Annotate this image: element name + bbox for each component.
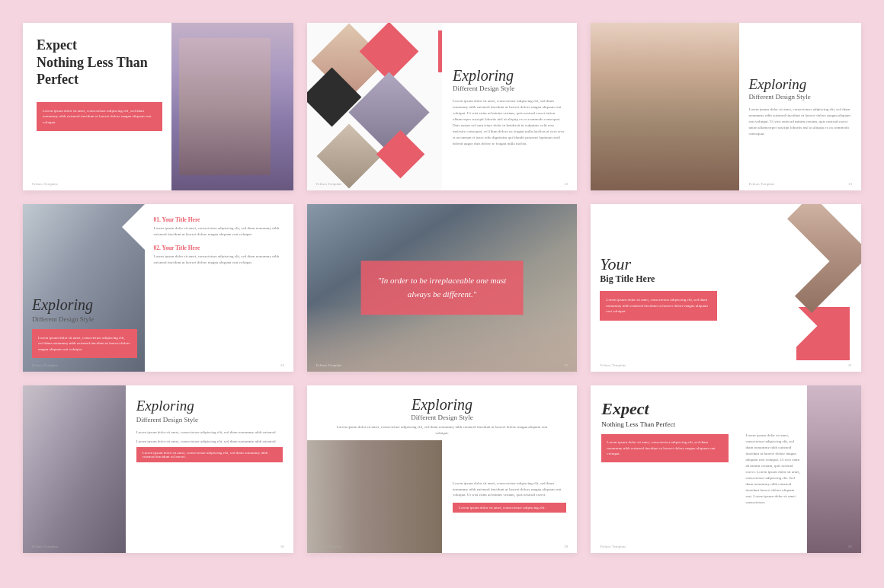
slide-5-quote: "In order to be irreplaceable one must a… bbox=[378, 274, 507, 301]
slide-8-top-text: Lorem ipsum dolor sit amet, consectetuer… bbox=[330, 424, 555, 436]
slide-6-footer-right: 21 bbox=[848, 363, 852, 367]
slide-3: Exploring Different Design Style Lorem i… bbox=[591, 23, 861, 190]
slide-4-title2: 02. Your Title Here bbox=[154, 244, 286, 251]
slide-8-footer: Felines Template bbox=[316, 545, 342, 548]
slide-4-title: Exploring bbox=[32, 296, 137, 314]
slide-4-title1: 01. Your Title Here bbox=[154, 216, 286, 223]
slide-8-bottom-text: Lorem ipsum dolor sit amet, consectetuer… bbox=[453, 481, 566, 498]
slide-7-title: Exploring bbox=[136, 398, 283, 414]
slide-8-top: Exploring Different Design Style Lorem i… bbox=[307, 385, 578, 440]
slide-8-photo bbox=[307, 440, 442, 553]
slide-8-red-text: Lorem ipsum dolor sit amet, consectetuer… bbox=[459, 506, 560, 510]
slide-8-title: Exploring bbox=[330, 396, 555, 414]
slide-4-body2: Lorem ipsum dolor sit amet, consectetuer… bbox=[154, 254, 286, 265]
slide-9-red-box: Lorem ipsum dolor sit amet, consectetuer… bbox=[601, 434, 729, 462]
slide-grid: Expect Nothing Less Than Perfect Lorem i… bbox=[23, 23, 861, 553]
slide-7-body2: Lorem ipsum dolor sit amet, consectetuer… bbox=[136, 439, 283, 445]
slide-6-red-box: Lorem ipsum dolor sit amet, consectetuer… bbox=[600, 291, 716, 321]
slide-9: Expect Nothing Less Than Perfect Lorem i… bbox=[591, 385, 861, 553]
slide-7-footer: Felines Template bbox=[32, 545, 58, 548]
slide-3-body: Lorem ipsum dolor sit amet, consectetuer… bbox=[748, 107, 852, 137]
slide-5-quote-box: "In order to be irreplaceable one must a… bbox=[361, 260, 524, 315]
slide-2-diamonds bbox=[307, 23, 442, 190]
slide-9-title: Expect bbox=[601, 399, 729, 419]
slide-1-title: Expect Nothing Less Than Perfect bbox=[37, 37, 162, 88]
slide-3-photo-inner bbox=[591, 23, 739, 190]
slide-9-red-text: Lorem ipsum dolor sit amet, consectetuer… bbox=[607, 439, 723, 457]
slide-7-photo-inner bbox=[23, 385, 126, 553]
slide-9-footer-right: 25 bbox=[848, 545, 852, 548]
slide-9-photo-inner bbox=[807, 385, 861, 553]
slide-4-left: Exploring Different Design Style Lorem i… bbox=[23, 204, 145, 372]
slide-2-footer: Felines Template bbox=[316, 182, 342, 186]
slide-6-right bbox=[726, 204, 861, 372]
slide-9-photo bbox=[807, 385, 861, 553]
slide-7-photo bbox=[23, 385, 126, 553]
slide-8-subtitle: Different Design Style bbox=[330, 414, 555, 421]
slide-6-title2: Big Title Here bbox=[600, 273, 716, 285]
slide-4-body1: Lorem ipsum dolor sit amet, consectetuer… bbox=[154, 225, 286, 237]
slide-5-footer-right: 15 bbox=[564, 363, 568, 367]
slide-5-footer: Felines Template bbox=[316, 363, 342, 367]
slide-8: Exploring Different Design Style Lorem i… bbox=[307, 385, 578, 553]
slide-2-subtitle: Different Design Style bbox=[453, 85, 566, 92]
slide-9-left: Expect Nothing Less Than Perfect Lorem i… bbox=[591, 385, 739, 553]
slide-5: "In order to be irreplaceable one must a… bbox=[307, 204, 578, 372]
slide-9-subtitle: Nothing Less Than Perfect bbox=[601, 420, 729, 428]
slide-7-red-text: Lorem ipsum dolor sit amet, consectetuer… bbox=[143, 451, 277, 459]
slide-6-footer: Felines Template bbox=[600, 363, 626, 367]
slide-7-body: Lorem ipsum dolor sit amet, consectetuer… bbox=[136, 430, 283, 436]
slide-6-left: Your Big Title Here Lorem ipsum dolor si… bbox=[591, 204, 725, 372]
slide-1: Expect Nothing Less Than Perfect Lorem i… bbox=[23, 23, 293, 190]
slide-6: Your Big Title Here Lorem ipsum dolor si… bbox=[591, 204, 861, 372]
slide-4-right: 01. Your Title Here Lorem ipsum dolor si… bbox=[145, 204, 293, 372]
slide-8-red-strip: Lorem ipsum dolor sit amet, consectetuer… bbox=[453, 503, 566, 513]
slide-3-photo bbox=[591, 23, 739, 190]
slide-1-photo-inner bbox=[179, 38, 271, 175]
slide-6-red-text: Lorem ipsum dolor sit amet, consectetuer… bbox=[606, 297, 710, 315]
slide-7-subtitle: Different Design Style bbox=[136, 416, 283, 423]
slide-8-footer-right: 20 bbox=[564, 545, 568, 548]
slide-2-title: Exploring bbox=[453, 66, 566, 85]
slide-4-red-text: Lorem ipsum dolor sit amet, consectetuer… bbox=[38, 335, 131, 353]
slide-2-red-bar bbox=[438, 30, 442, 72]
slide-3-right: Exploring Different Design Style Lorem i… bbox=[739, 23, 861, 190]
slide-4-red-box: Lorem ipsum dolor sit amet, consectetuer… bbox=[32, 329, 137, 359]
slide-6-title1: Your bbox=[600, 255, 716, 273]
slide-4: Exploring Different Design Style Lorem i… bbox=[23, 204, 293, 372]
slide-7: Exploring Different Design Style Lorem i… bbox=[23, 385, 293, 553]
slide-9-right-text: Lorem ipsum dolor sit amet, consectetuer… bbox=[745, 433, 801, 506]
slide-9-middle: Lorem ipsum dolor sit amet, consectetuer… bbox=[739, 385, 807, 553]
slide-2-footer-right: 12 bbox=[564, 182, 568, 186]
slide-7-right: Exploring Different Design Style Lorem i… bbox=[126, 385, 293, 553]
slide-2-right: Exploring Different Design Style Lorem i… bbox=[442, 23, 577, 190]
slide-1-red-text: Lorem ipsum dolor sit amet, consectetuer… bbox=[43, 108, 156, 126]
slide-1-footer: Felines Template bbox=[32, 182, 58, 186]
slide-2: Exploring Different Design Style Lorem i… bbox=[307, 23, 578, 190]
slide-9-footer: Felines Template bbox=[600, 545, 626, 548]
slide-8-right: Lorem ipsum dolor sit amet, consectetuer… bbox=[442, 440, 577, 553]
slide-3-subtitle: Different Design Style bbox=[748, 93, 852, 101]
slide-3-footer-right: 13 bbox=[848, 182, 852, 186]
slide-4-subtitle: Different Design Style bbox=[32, 315, 137, 323]
slide-1-red-box: Lorem ipsum dolor sit amet, consectetuer… bbox=[37, 102, 162, 132]
slide-7-red-strip: Lorem ipsum dolor sit amet, consectetuer… bbox=[136, 447, 283, 462]
slide-3-footer: Felines Template bbox=[748, 182, 774, 186]
slide-8-bottom: Lorem ipsum dolor sit amet, consectetuer… bbox=[307, 440, 578, 553]
slide-3-title: Exploring bbox=[748, 76, 852, 93]
slide-1-left: Expect Nothing Less Than Perfect Lorem i… bbox=[23, 23, 171, 190]
slide-2-body: Lorem ipsum dolor sit amet, consectetuer… bbox=[453, 98, 566, 147]
slide-1-photo bbox=[171, 23, 293, 190]
slide-7-footer-right: 18 bbox=[280, 545, 284, 548]
